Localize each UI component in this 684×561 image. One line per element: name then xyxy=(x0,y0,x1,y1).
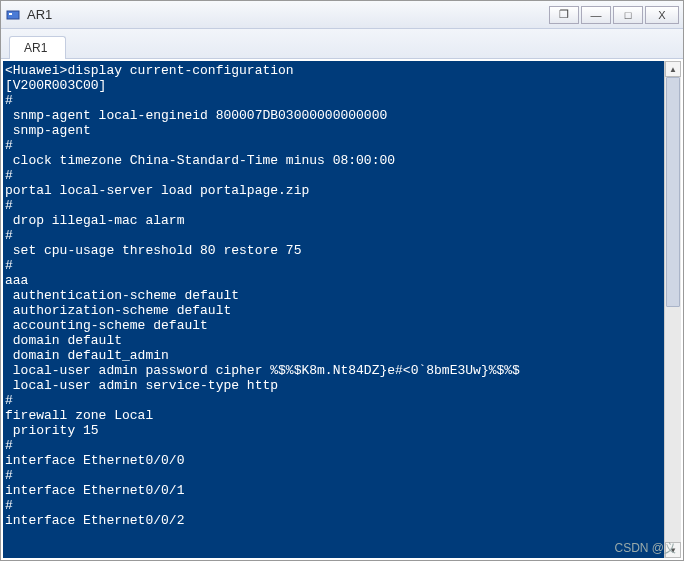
window-title: AR1 xyxy=(27,7,549,22)
tab-ar1[interactable]: AR1 xyxy=(9,36,66,59)
minimize-button[interactable]: — xyxy=(581,6,611,24)
maximize-button[interactable]: □ xyxy=(613,6,643,24)
restore-button[interactable]: ❐ xyxy=(549,6,579,24)
svg-rect-1 xyxy=(9,13,12,15)
svg-rect-0 xyxy=(7,11,19,19)
terminal-output[interactable]: <Huawei>display current-configuration [V… xyxy=(3,61,681,558)
terminal-container: <Huawei>display current-configuration [V… xyxy=(1,59,683,560)
close-button[interactable]: X xyxy=(645,6,679,24)
app-window: AR1 ❐ — □ X AR1 <Huawei>display current-… xyxy=(0,0,684,561)
app-icon xyxy=(5,7,21,23)
scrollbar-thumb[interactable] xyxy=(666,77,680,307)
scroll-down-button[interactable]: ▼ xyxy=(665,542,681,558)
tabbar: AR1 xyxy=(1,29,683,59)
scroll-up-button[interactable]: ▲ xyxy=(665,61,681,77)
scrollbar[interactable]: ▲ ▼ xyxy=(664,61,681,558)
titlebar[interactable]: AR1 ❐ — □ X xyxy=(1,1,683,29)
titlebar-buttons: ❐ — □ X xyxy=(549,6,679,24)
